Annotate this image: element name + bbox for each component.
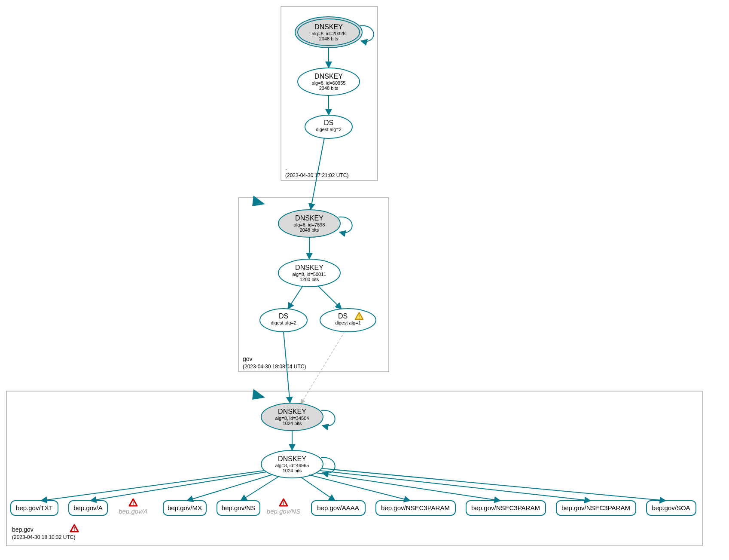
- svg-text:alg=8, id=46965: alg=8, id=46965: [275, 463, 309, 468]
- edge-gov-zsk-ds2: [288, 286, 303, 309]
- svg-text:bep.gov/NSEC3PARAM: bep.gov/NSEC3PARAM: [561, 504, 630, 511]
- rr-txt[interactable]: bep.gov/TXT: [11, 501, 58, 515]
- svg-text:DS: DS: [279, 312, 288, 320]
- zone-gov-label: gov: [243, 355, 253, 362]
- zone-arrow-gov-bep: [252, 389, 265, 400]
- edge-zsk-a: [90, 472, 266, 501]
- svg-text:digest alg=1: digest alg=1: [335, 320, 361, 325]
- edge-gov-zsk-ds1: [318, 286, 342, 309]
- rr-nsec3param-3[interactable]: bep.gov/NSEC3PARAM: [556, 501, 636, 515]
- node-root-ds[interactable]: DS digest alg=2: [305, 115, 352, 138]
- svg-text:1024 bits: 1024 bits: [283, 468, 302, 473]
- edge-zsk-soa: [322, 468, 666, 501]
- zone-arrow-root-gov: [252, 196, 265, 206]
- svg-text:DNSKEY: DNSKEY: [278, 455, 306, 462]
- svg-text:bep.gov/TXT: bep.gov/TXT: [16, 504, 53, 511]
- node-bep-ksk[interactable]: DNSKEY alg=8, id=34504 1024 bits: [261, 403, 323, 431]
- svg-text:bep.gov/AAAA: bep.gov/AAAA: [317, 504, 359, 511]
- svg-text:alg=8, id=7698: alg=8, id=7698: [294, 222, 325, 227]
- svg-text:alg=8, id=20326: alg=8, id=20326: [312, 31, 346, 36]
- error-icon: [129, 499, 137, 506]
- edge-self-gov-ksk: [339, 217, 352, 233]
- error-icon: [70, 525, 78, 532]
- edge-govds1-bepksk: [301, 332, 345, 404]
- svg-text:digest alg=2: digest alg=2: [316, 127, 342, 132]
- svg-text:bep.gov/NSEC3PARAM: bep.gov/NSEC3PARAM: [471, 504, 540, 511]
- error-icon: [280, 499, 287, 506]
- edge-zsk-ns: [241, 476, 279, 501]
- dnssec-graph: ! ! . (2023-04-30 17:21:02 UTC) gov (202…: [0, 0, 729, 560]
- svg-text:DNSKEY: DNSKEY: [314, 23, 343, 31]
- rr-ns-error[interactable]: bep.gov/NS: [267, 499, 300, 515]
- svg-text:alg=8, id=50011: alg=8, id=50011: [293, 272, 326, 277]
- zone-root-label: .: [285, 164, 287, 171]
- edge-zsk-nsec3: [320, 471, 591, 501]
- svg-text:bep.gov/SOA: bep.gov/SOA: [652, 504, 690, 511]
- node-gov-ds2[interactable]: DS digest alg=2: [260, 309, 307, 332]
- svg-text:bep.gov/NS: bep.gov/NS: [222, 504, 255, 511]
- node-bep-zsk[interactable]: DNSKEY alg=8, id=46965 1024 bits: [261, 450, 323, 478]
- svg-text:bep.gov/A: bep.gov/A: [119, 508, 148, 515]
- svg-text:DNSKEY: DNSKEY: [295, 264, 323, 271]
- edge-zsk-mx: [187, 474, 273, 501]
- svg-text:1024 bits: 1024 bits: [283, 421, 302, 426]
- svg-text:bep.gov/MX: bep.gov/MX: [168, 504, 202, 511]
- node-root-ksk[interactable]: DNSKEY alg=8, id=20326 2048 bits: [295, 17, 362, 48]
- zone-bepgov: [6, 391, 702, 546]
- edge-zsk-txt: [41, 471, 264, 501]
- svg-text:2048 bits: 2048 bits: [300, 227, 319, 233]
- rr-nsec3param-2[interactable]: bep.gov/NSEC3PARAM: [466, 501, 546, 515]
- svg-text:digest alg=2: digest alg=2: [271, 320, 296, 325]
- rr-a-error[interactable]: bep.gov/A: [119, 499, 148, 515]
- node-root-zsk[interactable]: DNSKEY alg=8, id=60955 2048 bits: [298, 68, 360, 95]
- svg-text:DNSKEY: DNSKEY: [314, 73, 343, 80]
- rr-nsec3param-1[interactable]: bep.gov/NSEC3PARAM: [376, 501, 455, 515]
- svg-text:alg=8, id=34504: alg=8, id=34504: [275, 416, 309, 421]
- rr-aaaa[interactable]: bep.gov/AAAA: [311, 501, 365, 515]
- edge-self-bep-ksk: [321, 410, 335, 426]
- svg-text:DS: DS: [338, 312, 348, 320]
- svg-text:DNSKEY: DNSKEY: [295, 214, 323, 222]
- svg-text:DS: DS: [324, 119, 333, 126]
- rr-a[interactable]: bep.gov/A: [69, 501, 107, 515]
- zone-bep-label: bep.gov: [12, 526, 34, 533]
- svg-text:2048 bits: 2048 bits: [319, 86, 339, 91]
- node-gov-ksk[interactable]: DNSKEY alg=8, id=7698 2048 bits: [278, 210, 340, 237]
- node-gov-zsk[interactable]: DNSKEY alg=8, id=50011 1280 bits: [278, 259, 340, 287]
- rr-mx[interactable]: bep.gov/MX: [163, 501, 206, 515]
- svg-text:2048 bits: 2048 bits: [319, 36, 339, 41]
- svg-text:alg=8, id=60955: alg=8, id=60955: [312, 80, 346, 86]
- svg-text:bep.gov/NS: bep.gov/NS: [267, 508, 300, 515]
- zone-gov-ts: (2023-04-30 18:08:04 UTC): [243, 364, 306, 370]
- svg-text:DNSKEY: DNSKEY: [278, 408, 306, 415]
- zone-bep-ts: (2023-04-30 18:10:32 UTC): [12, 534, 75, 540]
- svg-text:bep.gov/NSEC3PARAM: bep.gov/NSEC3PARAM: [381, 504, 450, 511]
- node-gov-ds1[interactable]: DS digest alg=1: [320, 309, 376, 332]
- svg-text:bep.gov/A: bep.gov/A: [73, 504, 103, 511]
- svg-text:1280 bits: 1280 bits: [300, 277, 319, 282]
- rr-ns[interactable]: bep.gov/NS: [217, 501, 260, 515]
- rr-soa[interactable]: bep.gov/SOA: [647, 501, 696, 515]
